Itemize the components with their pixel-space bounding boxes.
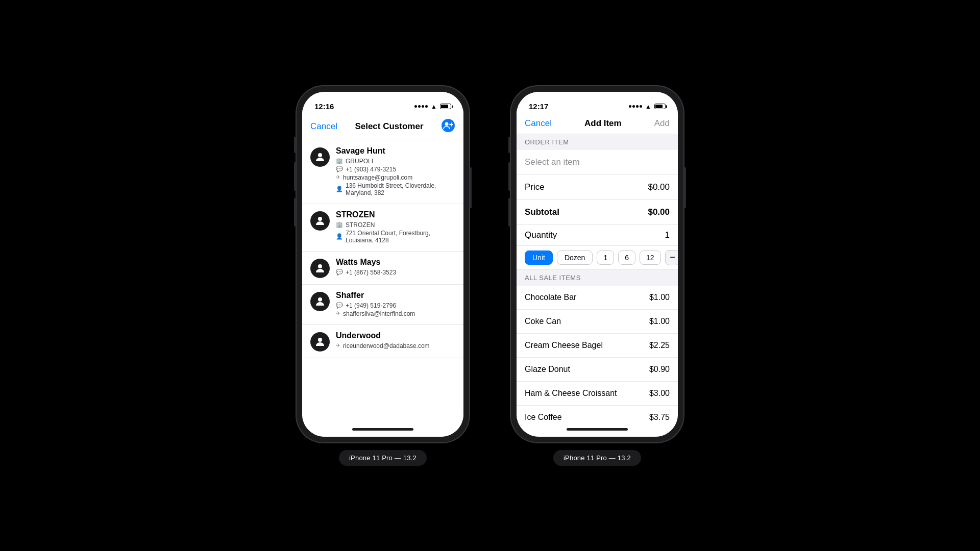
- sale-item-name: Coke Can: [525, 317, 561, 326]
- quantity-value: 1: [665, 230, 670, 240]
- avatar: [310, 259, 330, 278]
- avatar: [310, 292, 330, 311]
- svg-point-8: [318, 338, 322, 342]
- customer-info: Shaffer 💬 +1 (949) 519-2796 ✈ shaffersil…: [336, 291, 455, 318]
- svg-point-5: [318, 217, 322, 221]
- avatar: [310, 211, 330, 231]
- home-indicator: [302, 422, 463, 437]
- avatar: [310, 147, 330, 167]
- sale-item-row[interactable]: Glaze Donut$0.90: [517, 358, 678, 382]
- wifi-icon: ▲: [645, 103, 651, 110]
- sale-items-list: Chocolate Bar$1.00Coke Can$1.00Cream Che…: [517, 286, 678, 422]
- sale-item-row[interactable]: Ham & Cheese Croissant$3.00: [517, 382, 678, 406]
- customer-item-savage-hunt[interactable]: Savage Hunt 🏢 GRUPOLI 💬 +1 (903) 479-321…: [302, 140, 463, 204]
- sale-item-row[interactable]: Ice Coffee$3.75: [517, 406, 678, 422]
- order-item-section-header: ORDER ITEM: [517, 134, 678, 150]
- customer-item-strozen[interactable]: STROZEN 🏢 STROZEN 👤 721 Oriental Court, …: [302, 204, 463, 252]
- phone-icon: 💬: [336, 166, 343, 172]
- subtotal-label: Subtotal: [525, 207, 559, 217]
- phone2-frame: 12:17 ▲ Cancel Add Item: [510, 86, 684, 443]
- customer-address: 👤 721 Oriental Court, Forestburg, Louisi…: [336, 230, 455, 244]
- svg-point-0: [442, 119, 455, 132]
- customer-email: ✈ shaffersilva@interfind.com: [336, 310, 455, 317]
- customer-address: 👤 136 Humboldt Street, Cloverdale, Maryl…: [336, 182, 455, 196]
- customer-info: STROZEN 🏢 STROZEN 👤 721 Oriental Court, …: [336, 210, 455, 245]
- mute-button: [508, 137, 510, 153]
- add-button[interactable]: Add: [654, 118, 670, 129]
- customer-item-underwood[interactable]: Underwood ✈ riceunderwood@dadabase.com: [302, 325, 463, 358]
- power-button: [684, 167, 686, 208]
- qty-6-button[interactable]: 6: [618, 251, 635, 265]
- signal-icon: [414, 105, 428, 108]
- add-customer-icon[interactable]: [441, 118, 455, 135]
- home-indicator: [517, 422, 678, 437]
- dozen-button[interactable]: Dozen: [557, 251, 593, 265]
- subtotal-value: $0.00: [648, 207, 670, 217]
- price-row: Price $0.00: [517, 175, 678, 200]
- volume-down-button: [508, 198, 510, 227]
- screen-title: Select Customer: [355, 121, 423, 132]
- phone2-wrapper: 12:17 ▲ Cancel Add Item: [510, 86, 684, 466]
- phone-icon: 💬: [336, 269, 343, 276]
- volume-up-button: [508, 162, 510, 191]
- customer-email: ✈ huntsavage@grupoli.com: [336, 174, 455, 181]
- customer-item-shaffer[interactable]: Shaffer 💬 +1 (949) 519-2796 ✈ shaffersil…: [302, 285, 463, 325]
- volume-up-button: [294, 162, 296, 191]
- customer-list: Savage Hunt 🏢 GRUPOLI 💬 +1 (903) 479-321…: [302, 140, 463, 422]
- sale-item-name: Cream Cheese Bagel: [525, 341, 603, 350]
- status-time: 12:17: [529, 102, 548, 111]
- unit-button[interactable]: Unit: [525, 251, 553, 265]
- customer-phone: 💬 +1 (949) 519-2796: [336, 302, 455, 309]
- phone1-screen: 12:16 ▲ Cancel Select Cus: [302, 92, 463, 437]
- customer-email: ✈ riceunderwood@dadabase.com: [336, 342, 455, 349]
- mute-button: [294, 137, 296, 153]
- phone1-wrapper: 12:16 ▲ Cancel Select Cus: [296, 86, 470, 466]
- sale-item-price: $3.75: [649, 413, 670, 422]
- sale-item-row[interactable]: Cream Cheese Bagel$2.25: [517, 334, 678, 358]
- sale-item-row[interactable]: Coke Can$1.00: [517, 310, 678, 334]
- sale-item-price: $1.00: [649, 317, 670, 326]
- battery-icon: [440, 104, 451, 109]
- phone1-label: iPhone 11 Pro — 13.2: [339, 450, 427, 466]
- wifi-icon: ▲: [431, 103, 437, 110]
- customer-company: 🏢 STROZEN: [336, 221, 455, 229]
- customer-name: Underwood: [336, 331, 455, 340]
- signal-icon: [629, 105, 642, 108]
- quantity-row: Quantity 1: [517, 225, 678, 246]
- status-icons: ▲: [414, 103, 451, 110]
- home-bar: [352, 428, 413, 431]
- cancel-button[interactable]: Cancel: [310, 121, 337, 132]
- qty-1-button[interactable]: 1: [597, 251, 614, 265]
- unit-row: Unit Dozen 1 6 12 − +: [517, 246, 678, 270]
- location-icon: ✈: [336, 174, 340, 181]
- home-bar: [567, 428, 628, 431]
- power-button: [470, 167, 472, 208]
- quantity-label: Quantity: [525, 230, 557, 240]
- price-value: $0.00: [648, 182, 670, 192]
- status-bar: 12:16 ▲: [302, 92, 463, 114]
- map-icon: 👤: [336, 233, 343, 240]
- customer-info: Watts Mays 💬 +1 (867) 558-3523: [336, 258, 455, 277]
- select-item-row[interactable]: Select an item: [517, 150, 678, 175]
- svg-point-1: [445, 122, 449, 126]
- customer-item-watts-mays[interactable]: Watts Mays 💬 +1 (867) 558-3523: [302, 252, 463, 285]
- sale-item-row[interactable]: Chocolate Bar$1.00: [517, 286, 678, 310]
- decrement-button[interactable]: −: [665, 250, 678, 265]
- svg-point-4: [318, 153, 322, 157]
- customer-name: Savage Hunt: [336, 146, 455, 156]
- sale-item-name: Glaze Donut: [525, 365, 570, 374]
- qty-12-button[interactable]: 12: [640, 251, 661, 265]
- customer-name: Shaffer: [336, 291, 455, 300]
- sale-item-price: $3.00: [649, 389, 670, 398]
- quantity-stepper: − +: [665, 250, 678, 265]
- customer-phone: 💬 +1 (867) 558-3523: [336, 269, 455, 276]
- building-icon: 🏢: [336, 158, 343, 164]
- svg-point-6: [318, 264, 322, 268]
- sale-item-name: Ice Coffee: [525, 413, 562, 422]
- phone-icon: 💬: [336, 302, 343, 309]
- cancel-button[interactable]: Cancel: [525, 118, 552, 129]
- customer-company: 🏢 GRUPOLI: [336, 158, 455, 165]
- volume-down-button: [294, 198, 296, 227]
- customer-name: Watts Mays: [336, 258, 455, 267]
- add-item-content: ORDER ITEM Select an item Price $0.00 Su…: [517, 134, 678, 422]
